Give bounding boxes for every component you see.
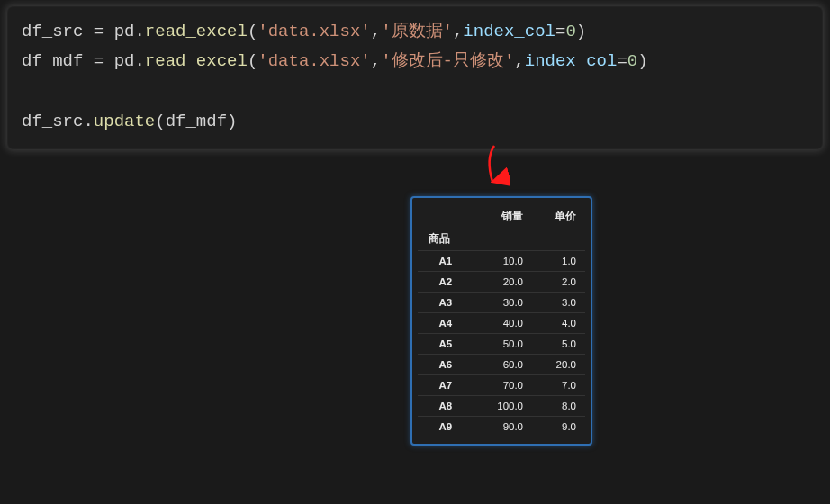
row-index: A8: [418, 396, 474, 417]
table-row: A770.07.0: [418, 375, 585, 396]
code-paren-open: (: [155, 112, 165, 131]
table-row: A330.03.0: [418, 292, 585, 313]
code-eq: =: [555, 22, 565, 41]
arrow-down-icon: [474, 144, 510, 198]
row-index: A4: [418, 313, 474, 334]
code-paren-close: ): [576, 22, 586, 41]
code-comma: ,: [514, 51, 524, 71]
row-index: A1: [418, 251, 474, 272]
cell-value: 40.0: [474, 313, 532, 334]
code-paren-open: (: [248, 22, 257, 41]
cell-value: 9.0: [532, 417, 585, 437]
code-kwarg: index_col: [463, 22, 555, 41]
code-var: df_mdf: [22, 51, 83, 71]
code-blank-line: [22, 77, 808, 107]
row-index: A3: [418, 292, 474, 313]
cell-value: 100.0: [474, 396, 532, 417]
code-line-1: df_src = pd.read_excel('data.xlsx','原数据'…: [22, 17, 808, 47]
code-func: update: [94, 112, 155, 131]
code-number: 0: [565, 22, 575, 41]
table-row: A990.09.0: [418, 417, 585, 437]
code-assign: =: [83, 22, 113, 41]
code-paren-close: ): [227, 112, 237, 131]
code-dot: .: [134, 51, 144, 71]
table-row: A220.02.0: [418, 272, 585, 292]
cell-value: 8.0: [532, 396, 585, 417]
code-paren-close: ): [637, 51, 647, 71]
code-comma: ,: [371, 51, 381, 71]
column-header: 单价: [532, 205, 585, 228]
code-var: df_src: [22, 112, 83, 131]
output-panel: 销量 单价 商品 A110.01.0 A220.02.0 A330.03.0 A…: [410, 196, 592, 446]
code-paren-open: (: [248, 51, 257, 71]
cell-value: 50.0: [474, 334, 532, 355]
cell-value: 70.0: [474, 375, 532, 396]
code-string-arg: '原数据': [381, 22, 453, 41]
cell-value: 20.0: [532, 355, 585, 375]
row-index: A2: [418, 272, 474, 292]
table-row: A660.020.0: [418, 355, 585, 375]
row-index: A6: [418, 355, 474, 375]
code-func: read_excel: [145, 22, 248, 41]
code-string-arg: 'data.xlsx': [257, 51, 370, 71]
table-row: A550.05.0: [418, 334, 585, 355]
code-module: pd: [114, 51, 135, 71]
code-assign: =: [83, 51, 113, 71]
code-module: pd: [114, 22, 135, 41]
code-comma: ,: [371, 22, 381, 41]
output-table: 销量 单价 商品 A110.01.0 A220.02.0 A330.03.0 A…: [418, 205, 585, 436]
code-string-arg: 'data.xlsx': [257, 22, 370, 41]
cell-value: 90.0: [474, 417, 532, 437]
cell-value: 2.0: [532, 272, 585, 292]
code-number: 0: [627, 51, 637, 71]
code-eq: =: [617, 51, 627, 71]
code-line-3: df_src.update(df_mdf): [22, 107, 808, 137]
code-comma: ,: [453, 22, 463, 41]
cell-value: 5.0: [532, 334, 585, 355]
cell-value: 1.0: [532, 251, 585, 272]
code-func: read_excel: [145, 51, 248, 71]
code-line-2: df_mdf = pd.read_excel('data.xlsx','修改后-…: [22, 47, 808, 76]
index-name: 商品: [418, 228, 474, 251]
cell-value: 30.0: [474, 292, 532, 313]
code-dot: .: [83, 112, 93, 131]
index-name-row: 商品: [418, 228, 585, 251]
column-header-row: 销量 单价: [418, 205, 585, 228]
code-block: df_src = pd.read_excel('data.xlsx','原数据'…: [7, 6, 823, 149]
table-row: A8100.08.0: [418, 396, 585, 417]
cell-value: 3.0: [532, 292, 585, 313]
cell-value: 4.0: [532, 313, 585, 334]
row-index: A9: [418, 417, 474, 437]
cell-value: 20.0: [474, 272, 532, 292]
code-dot: .: [134, 22, 144, 41]
index-col-blank: [418, 205, 474, 228]
table-row: A110.01.0: [418, 251, 585, 272]
row-index: A5: [418, 334, 474, 355]
code-kwarg: index_col: [525, 51, 618, 71]
code-string-arg: '修改后-只修改': [381, 51, 514, 71]
row-index: A7: [418, 375, 474, 396]
table-row: A440.04.0: [418, 313, 585, 334]
cell-value: 7.0: [532, 375, 585, 396]
output-tbody: A110.01.0 A220.02.0 A330.03.0 A440.04.0 …: [418, 251, 585, 437]
cell-value: 60.0: [474, 355, 532, 375]
code-arg: df_mdf: [166, 112, 227, 131]
code-var: df_src: [22, 22, 83, 41]
column-header: 销量: [474, 205, 532, 228]
cell-value: 10.0: [474, 251, 532, 272]
